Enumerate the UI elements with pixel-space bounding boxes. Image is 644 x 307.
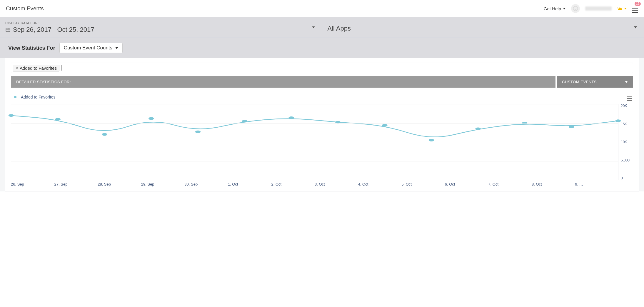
app-picker-value: All Apps — [328, 25, 351, 32]
svg-point-19 — [429, 139, 434, 141]
x-tick-label: 9. … — [575, 182, 619, 186]
svg-point-13 — [149, 117, 154, 120]
stats-metric-value: Custom Event Counts — [64, 45, 112, 51]
x-tick-label: 1. Oct — [228, 182, 271, 186]
y-tick-label: 0 — [621, 176, 623, 180]
topbar-right: Get Help 12 — [544, 4, 638, 13]
stats-for-label: View Statistics For — [8, 45, 55, 51]
caret-down-icon — [625, 81, 628, 83]
svg-point-22 — [569, 126, 574, 128]
date-range-value-row: Sep 26, 2017 - Oct 25, 2017 — [5, 26, 317, 34]
avatar[interactable] — [571, 4, 580, 13]
main-menu-button[interactable]: 12 — [632, 4, 638, 13]
chevron-down-icon — [563, 8, 566, 9]
svg-point-1 — [575, 8, 575, 9]
chevron-down-icon — [312, 26, 315, 28]
topbar: Custom Events Get Help 12 — [0, 0, 644, 17]
caret-down-icon — [115, 47, 118, 49]
y-tick-label: 15K — [621, 122, 627, 126]
y-tick-label: 10K — [621, 140, 627, 144]
chevron-down-icon — [624, 8, 627, 9]
svg-rect-9 — [9, 30, 9, 30]
get-help-label: Get Help — [544, 6, 561, 11]
chart-menu-button[interactable] — [627, 93, 632, 101]
event-tag-input[interactable]: ✕ Added to Favorites — [11, 63, 633, 73]
x-tick-label: 5. Oct — [401, 182, 445, 186]
svg-point-11 — [55, 118, 61, 121]
legend-marker-icon — [12, 97, 19, 97]
y-tick-label: 5,000 — [621, 158, 630, 162]
crown-icon — [617, 6, 623, 11]
x-tick-label: 7. Oct — [488, 182, 532, 186]
page-body: DISPLAY DATA FOR: Sep 26, 2017 - Oct 25,… — [0, 17, 644, 191]
y-tick-label: 20K — [621, 104, 627, 108]
x-tick-label: 2. Oct — [271, 182, 315, 186]
username[interactable] — [585, 6, 612, 11]
x-tick-label: 30. Sep — [184, 182, 228, 186]
x-tick-label: 8. Oct — [532, 182, 575, 186]
page-title: Custom Events — [6, 5, 44, 12]
detail-bar-label: DETAILED STATISTICS FOR: — [11, 76, 555, 88]
chart-plot-area — [11, 104, 618, 180]
get-help-menu[interactable]: Get Help — [544, 6, 566, 11]
event-tag: ✕ Added to Favorites — [13, 65, 59, 71]
date-range-value: Sep 26, 2017 - Oct 25, 2017 — [13, 26, 94, 34]
text-cursor — [61, 65, 61, 71]
svg-point-20 — [475, 127, 481, 130]
chart-y-axis: 20K15K10K5,0000 — [618, 104, 633, 180]
svg-point-16 — [288, 116, 294, 119]
chart-x-axis: 26. Sep27. Sep28. Sep29. Sep30. Sep1. Oc… — [11, 182, 633, 186]
stats-metric-select[interactable]: Custom Event Counts — [59, 43, 123, 53]
x-tick-label: 6. Oct — [445, 182, 488, 186]
caret-down-icon — [634, 26, 637, 29]
custom-events-dropdown-label: CUSTOM EVENTS — [562, 80, 597, 84]
notification-badge: 12 — [635, 2, 641, 6]
x-tick-label: 3. Oct — [315, 182, 358, 186]
custom-events-dropdown[interactable]: CUSTOM EVENTS — [557, 76, 633, 88]
hamburger-icon — [632, 8, 638, 13]
svg-point-15 — [242, 120, 248, 123]
calendar-icon — [5, 27, 11, 32]
detail-bar: DETAILED STATISTICS FOR: CUSTOM EVENTS — [11, 76, 633, 88]
x-tick-label: 26. Sep — [11, 182, 54, 186]
svg-point-23 — [615, 119, 621, 122]
x-tick-label: 29. Sep — [141, 182, 185, 186]
hamburger-icon — [627, 96, 632, 101]
svg-point-14 — [195, 131, 201, 133]
tag-remove-button[interactable]: ✕ — [16, 66, 19, 70]
legend-item[interactable]: Added to Favorites — [12, 95, 56, 99]
smile-icon — [573, 6, 578, 11]
x-tick-label: 4. Oct — [358, 182, 402, 186]
chart: 20K15K10K5,0000 — [11, 104, 633, 180]
date-range-picker[interactable]: DISPLAY DATA FOR: Sep 26, 2017 - Oct 25,… — [0, 17, 322, 38]
date-range-label: DISPLAY DATA FOR: — [5, 21, 317, 25]
filter-row: DISPLAY DATA FOR: Sep 26, 2017 - Oct 25,… — [0, 17, 644, 38]
event-tag-label: Added to Favorites — [20, 66, 57, 71]
svg-point-10 — [9, 114, 14, 117]
svg-point-0 — [573, 6, 578, 11]
content-panel: ✕ Added to Favorites DETAILED STATISTICS… — [5, 58, 639, 191]
svg-point-18 — [382, 124, 388, 127]
account-tier-menu[interactable] — [617, 6, 627, 11]
svg-rect-7 — [7, 30, 7, 30]
legend-series-label: Added to Favorites — [21, 95, 56, 99]
stats-for-row: View Statistics For Custom Event Counts — [0, 38, 644, 58]
svg-rect-8 — [8, 30, 8, 30]
x-tick-label: 27. Sep — [54, 182, 98, 186]
app-picker[interactable]: All Apps — [322, 17, 644, 38]
chart-legend-row: Added to Favorites — [11, 93, 633, 101]
svg-point-12 — [102, 133, 107, 136]
svg-point-2 — [576, 8, 577, 9]
x-tick-label: 28. Sep — [98, 182, 141, 186]
